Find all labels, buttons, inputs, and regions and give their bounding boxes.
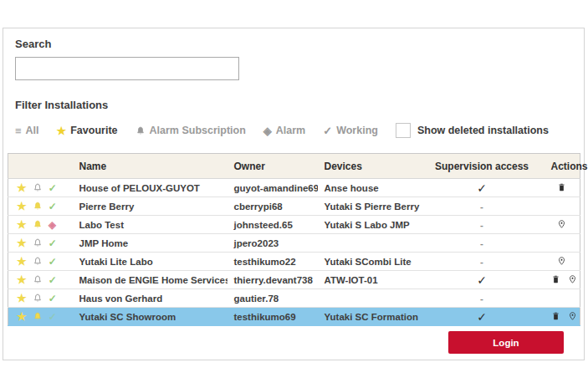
star-icon[interactable]: ★: [17, 293, 27, 304]
name-cell: JMP Home: [73, 234, 228, 253]
location-pin-icon[interactable]: [568, 274, 577, 284]
row-status-icons: ★✓: [8, 179, 73, 197]
installations-table: NameOwnerDevicesSupervision accessAction…: [8, 153, 580, 326]
name-cell: Maison de ENGIE Home Services: [73, 271, 228, 289]
table-row[interactable]: ★✓Yutaki SC Showroomtesthikumo69Yutaki S…: [8, 308, 580, 326]
login-button[interactable]: Login: [448, 331, 564, 354]
show-deleted-toggle[interactable]: Show deleted installations: [396, 123, 549, 138]
supervision-dash: -: [480, 202, 483, 212]
filter-label: Alarm: [276, 125, 305, 136]
actions-cell: [545, 308, 580, 326]
supervision-check-icon: ✓: [477, 181, 487, 195]
check-icon: ✓: [49, 238, 57, 248]
table-row[interactable]: ★✓House of PELOUX-GUYOTguyot-amandine698…: [8, 179, 580, 197]
owner-cell: testhikumo22: [228, 253, 318, 271]
filter-working[interactable]: ✓Working: [323, 125, 378, 136]
owner-cell: jpero2023: [228, 234, 318, 253]
supervision-check-icon: ✓: [477, 310, 487, 324]
supervision-cell: ✓: [420, 271, 545, 289]
star-icon[interactable]: ★: [17, 182, 27, 193]
filter-label: Favourite: [70, 125, 117, 136]
devices-cell: [318, 289, 420, 308]
actions-cell: [545, 289, 580, 308]
location-pin-icon[interactable]: [557, 219, 566, 229]
check-icon: ✓: [49, 257, 57, 267]
search-input[interactable]: [15, 57, 239, 80]
check-icon: ✓: [49, 202, 57, 212]
actions-cell: [545, 179, 580, 197]
supervision-cell: -: [420, 253, 545, 271]
trash-icon[interactable]: [551, 274, 560, 284]
supervision-dash: -: [480, 257, 483, 267]
filter-row: ≡All★FavouriteAlarm Subscription◈Alarm✓W…: [15, 123, 572, 138]
actions-cell: [545, 271, 580, 289]
bell-icon[interactable]: [33, 219, 43, 230]
trash-icon[interactable]: [557, 182, 566, 192]
trash-icon[interactable]: [551, 311, 560, 321]
devices-cell: Yutaki S Labo JMP: [318, 216, 420, 234]
bell-icon[interactable]: [33, 256, 43, 267]
bell-icon[interactable]: [33, 237, 43, 248]
supervision-cell: ✓: [420, 179, 545, 197]
star-icon[interactable]: ★: [17, 237, 27, 248]
bell-icon[interactable]: [33, 311, 43, 322]
star-icon[interactable]: ★: [17, 201, 27, 212]
list-icon: ≡: [15, 125, 22, 136]
name-cell: Yutaki SC Showroom: [73, 308, 228, 326]
devices-cell: Anse house: [318, 179, 420, 197]
column-header-name: Name: [73, 154, 228, 179]
supervision-cell: -: [420, 289, 545, 308]
star-icon[interactable]: ★: [17, 219, 27, 230]
column-header-owner: Owner: [228, 154, 318, 179]
supervision-check-icon: ✓: [477, 273, 487, 287]
actions-cell: [545, 216, 580, 234]
row-status-icons: ★✓: [8, 271, 73, 289]
column-header-actions: Actions: [545, 154, 580, 179]
bell-icon[interactable]: [33, 182, 43, 193]
star-icon[interactable]: ★: [17, 274, 27, 285]
row-status-icons: ★✓: [8, 253, 73, 271]
supervision-cell: -: [420, 216, 545, 234]
star-icon[interactable]: ★: [17, 311, 27, 322]
alarm-icon: ◈: [49, 220, 56, 230]
star-icon: ★: [57, 125, 67, 136]
location-pin-icon[interactable]: [568, 311, 577, 321]
name-cell: Labo Test: [73, 216, 228, 234]
show-deleted-checkbox[interactable]: [396, 123, 411, 138]
table-row[interactable]: ★✓Pierre Berrycberrypi68Yutaki S Pierre …: [8, 197, 580, 216]
check-icon: ✓: [49, 183, 57, 193]
actions-cell: [545, 234, 580, 253]
filter-favourite[interactable]: ★Favourite: [57, 125, 118, 136]
supervision-dash: -: [480, 238, 483, 248]
row-status-icons: ★✓: [8, 308, 73, 326]
filter-alarm-subscription[interactable]: Alarm Subscription: [135, 125, 246, 136]
supervision-dash: -: [480, 294, 483, 304]
filter-label: All: [26, 125, 39, 136]
check-icon: ✓: [49, 275, 57, 285]
table-row[interactable]: ★✓Maison de ENGIE Home Servicesthierry.d…: [8, 271, 580, 289]
column-header-devices: Devices: [318, 154, 420, 179]
bell-icon: [135, 125, 146, 136]
devices-cell: [318, 234, 420, 253]
star-icon[interactable]: ★: [17, 256, 27, 267]
table-row[interactable]: ★✓Haus von Gerhardgautier.78-: [8, 289, 580, 308]
show-deleted-label: Show deleted installations: [417, 125, 549, 136]
table-row[interactable]: ★✓Yutaki Lite Labotesthikumo22Yutaki SCo…: [8, 253, 580, 271]
bell-icon[interactable]: [33, 201, 43, 212]
filter-alarm[interactable]: ◈Alarm: [263, 125, 305, 136]
name-cell: Yutaki Lite Labo: [73, 253, 228, 271]
table-header-row: NameOwnerDevicesSupervision accessAction…: [8, 154, 580, 179]
filter-all[interactable]: ≡All: [15, 125, 39, 136]
location-pin-icon[interactable]: [557, 256, 566, 266]
owner-cell: testhikumo69: [228, 308, 318, 326]
table-row[interactable]: ★✓JMP Homejpero2023-: [8, 234, 580, 253]
devices-cell: Yutaki S Pierre Berry: [318, 197, 420, 216]
row-status-icons: ★✓: [8, 289, 73, 308]
check-icon: ✓: [49, 312, 57, 322]
table-row[interactable]: ★◈Labo Testjohnsteed.65Yutaki S Labo JMP…: [8, 216, 580, 234]
bell-icon[interactable]: [33, 293, 43, 304]
actions-cell: [545, 197, 580, 216]
owner-cell: guyot-amandine698: [228, 179, 318, 197]
column-header-supervision-access: Supervision access: [420, 154, 545, 179]
bell-icon[interactable]: [33, 274, 43, 285]
